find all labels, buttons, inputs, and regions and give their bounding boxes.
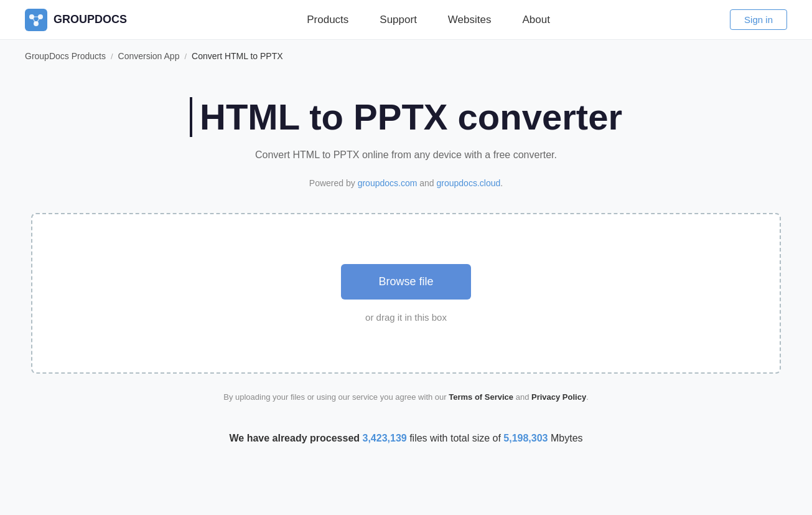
powered-by-suffix: . bbox=[500, 178, 503, 188]
stats-middle: files with total size of bbox=[407, 433, 504, 443]
main-content: HTML to PPTX converter Convert HTML to P… bbox=[0, 72, 812, 481]
terms-of-service-link[interactable]: Terms of Service bbox=[449, 392, 513, 402]
breadcrumb-conversion-app[interactable]: Conversion App bbox=[118, 51, 180, 61]
drag-drop-label: or drag it in this box bbox=[365, 312, 447, 323]
nav-products[interactable]: Products bbox=[307, 14, 348, 26]
nav-support[interactable]: Support bbox=[380, 14, 417, 26]
sign-in-button[interactable]: Sign in bbox=[730, 9, 787, 30]
breadcrumb-separator-1: / bbox=[111, 52, 113, 61]
browse-file-button[interactable]: Browse file bbox=[341, 264, 470, 300]
breadcrumb-current: Convert HTML to PPTX bbox=[192, 51, 283, 61]
tos-notice: By uploading your files or using our ser… bbox=[223, 392, 589, 402]
groupdocs-cloud-link[interactable]: groupdocs.cloud bbox=[437, 178, 501, 188]
stats-suffix: Mbytes bbox=[548, 433, 583, 443]
size-count: 5,198,303 bbox=[503, 433, 548, 443]
privacy-policy-link[interactable]: Privacy Policy bbox=[531, 392, 586, 402]
powered-by-and: and bbox=[417, 178, 436, 188]
tos-prefix: By uploading your files or using our ser… bbox=[223, 392, 449, 402]
logo[interactable]: GROUPDOCS bbox=[25, 9, 127, 31]
logo-text: GROUPDOCS bbox=[54, 13, 127, 26]
powered-by: Powered by groupdocs.com and groupdocs.c… bbox=[309, 178, 503, 188]
tos-suffix: . bbox=[586, 392, 589, 402]
groupdocs-logo-icon bbox=[25, 9, 47, 31]
header: GROUPDOCS Products Support Websites Abou… bbox=[0, 0, 812, 40]
files-count: 3,423,139 bbox=[363, 433, 407, 443]
powered-by-prefix: Powered by bbox=[309, 178, 358, 188]
subtitle: Convert HTML to PPTX online from any dev… bbox=[255, 149, 557, 161]
page-title: HTML to PPTX converter bbox=[190, 97, 622, 137]
svg-rect-0 bbox=[25, 9, 47, 31]
nav-about[interactable]: About bbox=[522, 14, 549, 26]
breadcrumb-groupdocs-products[interactable]: GroupDocs Products bbox=[25, 51, 106, 61]
stats-bar: We have already processed 3,423,139 file… bbox=[229, 433, 582, 444]
main-nav: Products Support Websites About bbox=[307, 14, 550, 26]
nav-websites[interactable]: Websites bbox=[448, 14, 492, 26]
tos-middle: and bbox=[513, 392, 531, 402]
upload-box[interactable]: Browse file or drag it in this box bbox=[31, 213, 781, 374]
stats-prefix: We have already processed bbox=[229, 433, 362, 443]
breadcrumb: GroupDocs Products / Conversion App / Co… bbox=[0, 40, 812, 72]
breadcrumb-separator-2: / bbox=[184, 52, 187, 61]
groupdocs-com-link[interactable]: groupdocs.com bbox=[358, 178, 418, 188]
